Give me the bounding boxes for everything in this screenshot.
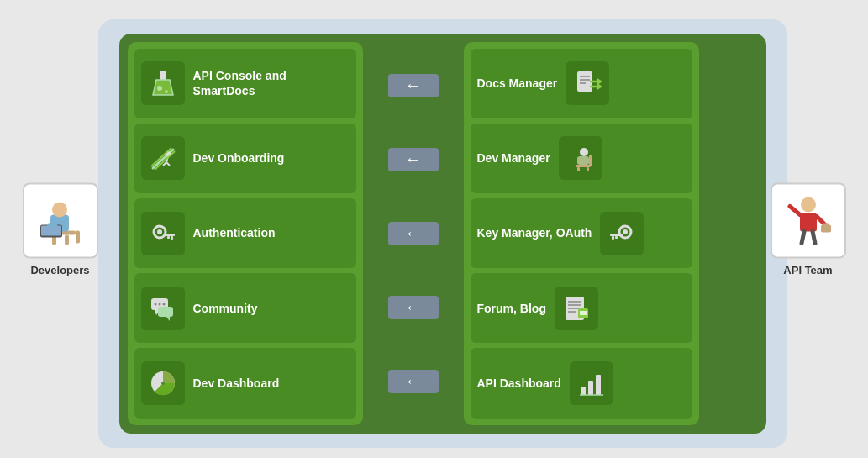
api-console-row: API Console and SmartDocs xyxy=(134,49,356,118)
svg-rect-8 xyxy=(47,224,57,228)
key-manager-label: Key Manager, OAuth xyxy=(477,225,592,240)
dev-onboarding-label: Dev Onboarding xyxy=(193,150,285,166)
svg-point-13 xyxy=(157,86,162,91)
api-team-icon-box xyxy=(771,182,846,258)
api-dashboard-label: API Dashboard xyxy=(477,376,561,391)
key-icon xyxy=(148,218,178,249)
authentication-row: Authentication xyxy=(134,198,356,268)
authentication-icon-box xyxy=(141,212,185,255)
svg-point-33 xyxy=(162,303,165,305)
svg-rect-1 xyxy=(76,231,80,244)
svg-rect-73 xyxy=(821,225,831,233)
forum-blog-row: Forum, Blog xyxy=(471,273,692,343)
developers-figure: Developers xyxy=(23,182,98,276)
svg-rect-53 xyxy=(612,236,614,240)
svg-point-51 xyxy=(623,229,628,234)
svg-rect-3 xyxy=(65,235,69,245)
svg-marker-30 xyxy=(166,317,170,321)
arrow-1: ← xyxy=(388,74,439,97)
docs-icon xyxy=(572,68,602,98)
arrow-4: ← xyxy=(388,296,439,319)
dev-manager-icon-box xyxy=(559,136,602,180)
dev-manager-row: Dev Manager xyxy=(471,124,692,193)
key-manager-row: Key Manager, OAuth xyxy=(471,198,692,268)
dev-onboarding-row: Dev Onboarding xyxy=(134,124,356,193)
svg-rect-60 xyxy=(578,308,588,318)
docs-manager-row: Docs Manager xyxy=(471,49,692,118)
piechart-icon xyxy=(148,368,178,398)
svg-line-71 xyxy=(802,232,804,244)
svg-rect-63 xyxy=(581,387,586,395)
svg-line-72 xyxy=(813,232,815,244)
flask-icon xyxy=(148,68,178,98)
dev-manager-label: Dev Manager xyxy=(477,150,550,166)
key-manager-icon-box xyxy=(600,212,644,255)
arrow-3: ← xyxy=(388,222,439,245)
svg-rect-26 xyxy=(167,236,170,239)
svg-rect-54 xyxy=(615,236,618,239)
api-console-label: API Console and SmartDocs xyxy=(193,68,350,98)
outer-box: API Console and SmartDocs xyxy=(98,19,787,448)
svg-rect-65 xyxy=(596,375,601,395)
svg-rect-46 xyxy=(589,155,592,166)
svg-point-14 xyxy=(165,90,168,93)
developers-label: Developers xyxy=(30,263,89,276)
svg-rect-47 xyxy=(576,165,591,167)
community-row: Community xyxy=(134,273,356,343)
barchart-icon xyxy=(576,368,607,398)
center-arrows: ← ← ← ← ← xyxy=(363,42,464,425)
right-panel: Docs Manager xyxy=(464,42,699,425)
api-team-figure: API Team xyxy=(771,182,846,276)
svg-marker-43 xyxy=(597,83,602,90)
api-dashboard-icon-box xyxy=(570,361,613,405)
svg-rect-29 xyxy=(158,307,173,317)
dev-dashboard-label: Dev Dashboard xyxy=(193,376,280,391)
svg-line-69 xyxy=(790,207,800,215)
forum-blog-label: Forum, Blog xyxy=(477,301,546,316)
arrow-2: ← xyxy=(388,148,439,171)
svg-point-44 xyxy=(580,148,588,156)
keyright-icon xyxy=(607,218,637,249)
developers-icon xyxy=(35,193,86,248)
forum-icon xyxy=(561,293,592,324)
api-console-icon-box xyxy=(141,61,185,105)
devmanager-icon xyxy=(566,143,596,173)
chat-icon xyxy=(148,293,178,324)
svg-point-67 xyxy=(801,197,816,213)
svg-line-19 xyxy=(166,162,170,166)
svg-rect-48 xyxy=(577,167,580,171)
left-panel: API Console and SmartDocs xyxy=(128,42,363,425)
api-team-label: API Team xyxy=(783,263,832,276)
community-icon-box xyxy=(141,287,185,330)
dev-onboarding-icon-box xyxy=(141,136,185,180)
svg-point-5 xyxy=(52,203,67,218)
docs-manager-label: Docs Manager xyxy=(477,76,558,91)
svg-point-31 xyxy=(154,303,156,305)
svg-rect-68 xyxy=(800,213,817,232)
api-dashboard-row: API Dashboard xyxy=(471,348,692,418)
escalator-icon xyxy=(148,143,178,173)
svg-rect-25 xyxy=(171,236,173,240)
authentication-label: Authentication xyxy=(193,225,276,240)
svg-rect-10 xyxy=(160,71,166,80)
svg-rect-24 xyxy=(164,234,175,236)
svg-rect-49 xyxy=(587,167,589,171)
svg-rect-74 xyxy=(823,224,829,226)
svg-point-23 xyxy=(157,229,162,234)
forum-blog-icon-box xyxy=(555,287,598,330)
svg-point-35 xyxy=(161,382,165,385)
developers-icon-box xyxy=(23,182,98,258)
inner-frame: API Console and SmartDocs xyxy=(119,34,766,434)
api-team-icon xyxy=(783,193,834,248)
dev-dashboard-row: Dev Dashboard xyxy=(134,348,356,418)
svg-rect-52 xyxy=(610,234,623,236)
diagram-container: Developers xyxy=(23,11,846,448)
arrow-5: ← xyxy=(388,370,439,393)
svg-point-32 xyxy=(158,303,160,305)
dev-dashboard-icon-box xyxy=(141,361,185,405)
svg-rect-45 xyxy=(577,156,589,165)
community-label: Community xyxy=(193,301,258,316)
columns-wrapper: API Console and SmartDocs xyxy=(128,42,758,425)
docs-manager-icon-box xyxy=(566,61,609,105)
svg-rect-64 xyxy=(588,381,593,395)
